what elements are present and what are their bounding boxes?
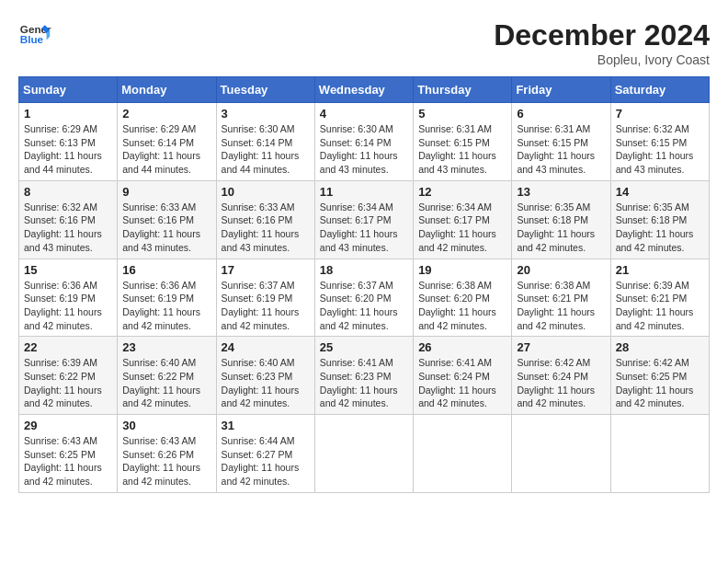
table-cell: 28Sunrise: 6:42 AMSunset: 6:25 PMDayligh… xyxy=(610,337,709,415)
week-row-2: 8Sunrise: 6:32 AMSunset: 6:16 PMDaylight… xyxy=(19,180,710,259)
day-info: Sunrise: 6:39 AMSunset: 6:21 PMDaylight:… xyxy=(616,279,704,333)
day-number: 11 xyxy=(320,185,408,199)
week-row-1: 1Sunrise: 6:29 AMSunset: 6:13 PMDaylight… xyxy=(19,103,710,181)
day-number: 19 xyxy=(418,263,506,277)
day-number: 14 xyxy=(616,185,704,199)
day-info: Sunrise: 6:30 AMSunset: 6:14 PMDaylight:… xyxy=(320,122,408,177)
table-cell: 14Sunrise: 6:35 AMSunset: 6:18 PMDayligh… xyxy=(610,180,709,259)
month-title: December 2024 xyxy=(494,18,710,52)
day-number: 6 xyxy=(517,107,605,121)
day-info: Sunrise: 6:39 AMSunset: 6:22 PMDaylight:… xyxy=(24,356,112,410)
day-number: 21 xyxy=(616,263,704,277)
day-number: 31 xyxy=(222,419,310,432)
day-info: Sunrise: 6:30 AMSunset: 6:14 PMDaylight:… xyxy=(222,122,310,177)
col-friday: Friday xyxy=(512,77,610,103)
day-number: 2 xyxy=(122,107,210,121)
day-info: Sunrise: 6:33 AMSunset: 6:16 PMDaylight:… xyxy=(122,201,210,255)
day-info: Sunrise: 6:44 AMSunset: 6:27 PMDaylight:… xyxy=(222,434,310,488)
day-number: 9 xyxy=(122,185,210,199)
table-cell: 7Sunrise: 6:32 AMSunset: 6:15 PMDaylight… xyxy=(610,103,709,181)
day-number: 13 xyxy=(517,185,605,199)
table-cell xyxy=(314,415,413,493)
day-info: Sunrise: 6:29 AMSunset: 6:14 PMDaylight:… xyxy=(122,122,210,177)
day-number: 29 xyxy=(24,419,112,432)
day-number: 10 xyxy=(222,185,310,199)
day-number: 15 xyxy=(24,263,112,277)
day-info: Sunrise: 6:33 AMSunset: 6:16 PMDaylight:… xyxy=(222,201,310,255)
table-cell: 3Sunrise: 6:30 AMSunset: 6:14 PMDaylight… xyxy=(216,103,314,181)
table-cell: 5Sunrise: 6:31 AMSunset: 6:15 PMDaylight… xyxy=(414,103,512,181)
day-number: 20 xyxy=(517,263,605,277)
day-info: Sunrise: 6:32 AMSunset: 6:15 PMDaylight:… xyxy=(616,122,704,177)
day-number: 3 xyxy=(222,107,310,121)
day-info: Sunrise: 6:36 AMSunset: 6:19 PMDaylight:… xyxy=(24,279,112,333)
logo: General Blue xyxy=(18,18,51,52)
col-wednesday: Wednesday xyxy=(314,77,413,103)
table-cell: 8Sunrise: 6:32 AMSunset: 6:16 PMDaylight… xyxy=(19,180,118,259)
day-info: Sunrise: 6:43 AMSunset: 6:26 PMDaylight:… xyxy=(122,434,210,488)
day-info: Sunrise: 6:42 AMSunset: 6:25 PMDaylight:… xyxy=(616,356,704,410)
title-block: December 2024 Bopleu, Ivory Coast xyxy=(494,18,710,67)
table-cell: 12Sunrise: 6:34 AMSunset: 6:17 PMDayligh… xyxy=(414,180,512,259)
table-cell: 19Sunrise: 6:38 AMSunset: 6:20 PMDayligh… xyxy=(414,259,512,337)
table-cell: 23Sunrise: 6:40 AMSunset: 6:22 PMDayligh… xyxy=(118,337,216,415)
day-info: Sunrise: 6:38 AMSunset: 6:21 PMDaylight:… xyxy=(517,279,605,333)
day-info: Sunrise: 6:37 AMSunset: 6:20 PMDaylight:… xyxy=(320,279,408,333)
table-cell: 13Sunrise: 6:35 AMSunset: 6:18 PMDayligh… xyxy=(512,180,610,259)
day-number: 25 xyxy=(320,340,408,354)
day-info: Sunrise: 6:40 AMSunset: 6:22 PMDaylight:… xyxy=(122,356,210,410)
week-row-5: 29Sunrise: 6:43 AMSunset: 6:25 PMDayligh… xyxy=(19,415,710,493)
day-info: Sunrise: 6:31 AMSunset: 6:15 PMDaylight:… xyxy=(418,122,506,177)
day-number: 4 xyxy=(320,107,408,121)
col-saturday: Saturday xyxy=(610,77,709,103)
table-cell: 31Sunrise: 6:44 AMSunset: 6:27 PMDayligh… xyxy=(216,415,314,493)
table-cell: 27Sunrise: 6:42 AMSunset: 6:24 PMDayligh… xyxy=(512,337,610,415)
col-monday: Monday xyxy=(118,77,216,103)
day-number: 1 xyxy=(24,107,112,121)
calendar-table: Sunday Monday Tuesday Wednesday Thursday… xyxy=(18,76,710,493)
day-info: Sunrise: 6:34 AMSunset: 6:17 PMDaylight:… xyxy=(418,201,506,255)
day-info: Sunrise: 6:29 AMSunset: 6:13 PMDaylight:… xyxy=(24,122,112,177)
table-cell: 6Sunrise: 6:31 AMSunset: 6:15 PMDaylight… xyxy=(512,103,610,181)
day-info: Sunrise: 6:41 AMSunset: 6:23 PMDaylight:… xyxy=(320,356,408,410)
table-cell xyxy=(610,415,709,493)
day-info: Sunrise: 6:37 AMSunset: 6:19 PMDaylight:… xyxy=(222,279,310,333)
table-cell: 29Sunrise: 6:43 AMSunset: 6:25 PMDayligh… xyxy=(19,415,118,493)
table-cell: 25Sunrise: 6:41 AMSunset: 6:23 PMDayligh… xyxy=(314,337,413,415)
table-cell: 22Sunrise: 6:39 AMSunset: 6:22 PMDayligh… xyxy=(19,337,118,415)
day-number: 26 xyxy=(418,340,506,354)
day-info: Sunrise: 6:43 AMSunset: 6:25 PMDaylight:… xyxy=(24,434,112,488)
week-row-3: 15Sunrise: 6:36 AMSunset: 6:19 PMDayligh… xyxy=(19,259,710,337)
table-cell: 18Sunrise: 6:37 AMSunset: 6:20 PMDayligh… xyxy=(314,259,413,337)
logo-icon: General Blue xyxy=(18,18,51,52)
table-cell: 4Sunrise: 6:30 AMSunset: 6:14 PMDaylight… xyxy=(314,103,413,181)
table-cell: 10Sunrise: 6:33 AMSunset: 6:16 PMDayligh… xyxy=(216,180,314,259)
day-number: 18 xyxy=(320,263,408,277)
table-cell xyxy=(414,415,512,493)
day-number: 16 xyxy=(122,263,210,277)
table-cell: 11Sunrise: 6:34 AMSunset: 6:17 PMDayligh… xyxy=(314,180,413,259)
day-info: Sunrise: 6:40 AMSunset: 6:23 PMDaylight:… xyxy=(222,356,310,410)
day-number: 24 xyxy=(222,340,310,354)
day-info: Sunrise: 6:35 AMSunset: 6:18 PMDaylight:… xyxy=(616,201,704,255)
table-cell: 16Sunrise: 6:36 AMSunset: 6:19 PMDayligh… xyxy=(118,259,216,337)
table-cell: 26Sunrise: 6:41 AMSunset: 6:24 PMDayligh… xyxy=(414,337,512,415)
day-info: Sunrise: 6:34 AMSunset: 6:17 PMDaylight:… xyxy=(320,201,408,255)
day-number: 12 xyxy=(418,185,506,199)
day-number: 27 xyxy=(517,340,605,354)
day-info: Sunrise: 6:31 AMSunset: 6:15 PMDaylight:… xyxy=(517,122,605,177)
day-number: 5 xyxy=(418,107,506,121)
svg-text:Blue: Blue xyxy=(20,33,44,45)
table-cell xyxy=(512,415,610,493)
day-info: Sunrise: 6:38 AMSunset: 6:20 PMDaylight:… xyxy=(418,279,506,333)
day-number: 28 xyxy=(616,340,704,354)
table-cell: 9Sunrise: 6:33 AMSunset: 6:16 PMDaylight… xyxy=(118,180,216,259)
location: Bopleu, Ivory Coast xyxy=(494,52,710,67)
table-cell: 21Sunrise: 6:39 AMSunset: 6:21 PMDayligh… xyxy=(610,259,709,337)
table-cell: 1Sunrise: 6:29 AMSunset: 6:13 PMDaylight… xyxy=(19,103,118,181)
table-cell: 15Sunrise: 6:36 AMSunset: 6:19 PMDayligh… xyxy=(19,259,118,337)
table-cell: 30Sunrise: 6:43 AMSunset: 6:26 PMDayligh… xyxy=(118,415,216,493)
col-tuesday: Tuesday xyxy=(216,77,314,103)
table-cell: 2Sunrise: 6:29 AMSunset: 6:14 PMDaylight… xyxy=(118,103,216,181)
day-number: 23 xyxy=(122,340,210,354)
